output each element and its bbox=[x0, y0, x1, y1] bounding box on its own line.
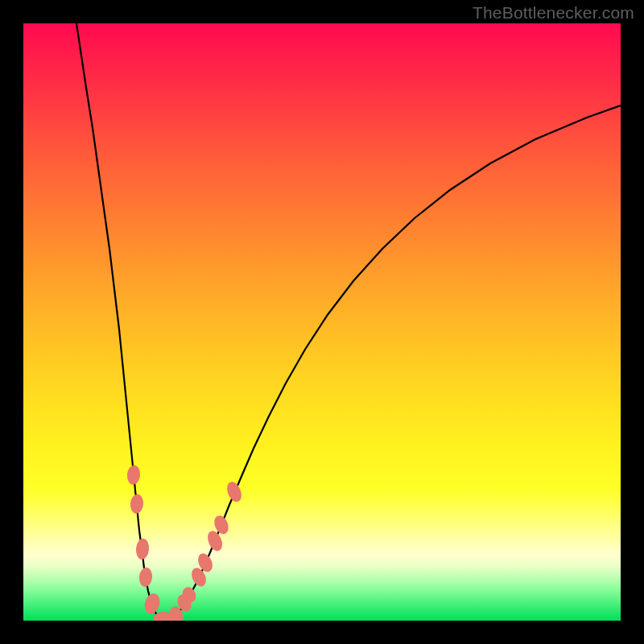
bottleneck-curve bbox=[76, 23, 621, 620]
chart-svg bbox=[23, 23, 621, 621]
data-marker bbox=[130, 493, 144, 514]
data-marker bbox=[225, 480, 245, 504]
data-marker bbox=[126, 464, 141, 485]
data-marker bbox=[135, 538, 150, 559]
data-marker bbox=[142, 592, 162, 616]
plot-area bbox=[23, 23, 621, 621]
watermark-text: TheBottlenecker.com bbox=[473, 3, 634, 23]
chart-frame: TheBottlenecker.com bbox=[0, 0, 644, 644]
data-marker bbox=[138, 567, 153, 587]
data-markers bbox=[126, 464, 244, 621]
